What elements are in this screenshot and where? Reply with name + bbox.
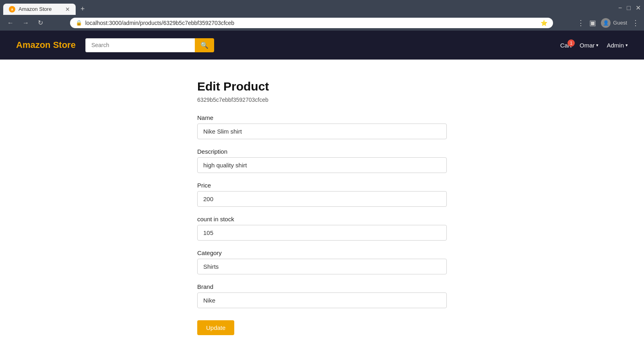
store-logo[interactable]: Amazon Store xyxy=(16,40,76,50)
tab-favicon: a xyxy=(9,6,15,12)
back-button[interactable]: ← xyxy=(5,18,16,28)
price-input[interactable] xyxy=(197,191,447,207)
active-tab[interactable]: a Amazon Store ✕ xyxy=(3,4,76,15)
guest-avatar: 👤 xyxy=(601,18,611,28)
tab-bar: a Amazon Store ✕ + − □ ✕ xyxy=(0,0,644,15)
browser-chrome: a Amazon Store ✕ + − □ ✕ ← → ↻ 🔒 localho… xyxy=(0,0,644,31)
stock-field-group: count in stock xyxy=(197,216,447,241)
name-label: Name xyxy=(197,114,447,121)
page-title: Edit Product xyxy=(197,80,447,93)
menu-button[interactable]: ⋮ xyxy=(632,19,639,27)
refresh-button[interactable]: ↻ xyxy=(35,17,45,28)
store-header: Amazon Store 🔍 Cart 1 Omar Admin xyxy=(0,31,644,60)
minimize-button[interactable]: − xyxy=(618,4,622,12)
price-label: Price xyxy=(197,182,447,189)
brand-input[interactable] xyxy=(197,292,447,308)
cart-container[interactable]: Cart 1 xyxy=(560,42,572,49)
search-container: 🔍 xyxy=(85,38,214,52)
url-search-icon: ⭐ xyxy=(541,20,547,26)
address-bar: ← → ↻ 🔒 localhost:3000/admin/products/63… xyxy=(0,15,644,31)
search-input[interactable] xyxy=(85,38,195,52)
cart-badge: 1 xyxy=(568,39,575,47)
guest-button[interactable]: 👤 Guest xyxy=(601,18,627,28)
new-tab-button[interactable]: + xyxy=(77,3,88,15)
category-label: Category xyxy=(197,249,447,256)
forward-button[interactable]: → xyxy=(20,18,31,28)
category-input[interactable] xyxy=(197,259,447,274)
search-button[interactable]: 🔍 xyxy=(195,38,214,52)
lock-icon: 🔒 xyxy=(76,20,82,26)
close-button[interactable]: ✕ xyxy=(636,4,641,12)
sidebar-button[interactable]: ▣ xyxy=(589,19,596,27)
header-right: Cart 1 Omar Admin xyxy=(560,42,628,49)
stock-input[interactable] xyxy=(197,225,447,241)
admin-menu-button[interactable]: Admin xyxy=(607,42,628,49)
url-text: localhost:3000/admin/products/6329b5c7eb… xyxy=(85,20,537,26)
browser-right-controls: ⋮ ▣ 👤 Guest ⋮ xyxy=(577,18,639,28)
admin-label: Admin xyxy=(607,42,624,49)
guest-label: Guest xyxy=(613,20,627,26)
url-bar[interactable]: 🔒 localhost:3000/admin/products/6329b5c7… xyxy=(70,18,553,28)
stock-label: count in stock xyxy=(197,216,447,222)
user-label: Omar xyxy=(580,42,595,49)
maximize-button[interactable]: □ xyxy=(627,4,631,12)
tab-title: Amazon Store xyxy=(19,6,52,12)
tab-close-icon[interactable]: ✕ xyxy=(65,6,70,12)
update-button[interactable]: Update xyxy=(197,320,234,335)
category-field-group: Category xyxy=(197,249,447,274)
description-label: Description xyxy=(197,148,447,155)
extensions-button[interactable]: ⋮ xyxy=(577,19,584,27)
main-content: Edit Product 6329b5c7ebbf3592703cfceb Na… xyxy=(0,60,644,346)
edit-product-form: Name Description Price count in stock Ca… xyxy=(197,114,447,335)
description-input[interactable] xyxy=(197,157,447,173)
description-field-group: Description xyxy=(197,148,447,173)
brand-label: Brand xyxy=(197,283,447,290)
brand-field-group: Brand xyxy=(197,283,447,308)
tab-right-controls: − □ ✕ xyxy=(618,4,641,14)
product-id: 6329b5c7ebbf3592703cfceb xyxy=(197,97,447,103)
name-field-group: Name xyxy=(197,114,447,139)
user-menu-button[interactable]: Omar xyxy=(580,42,599,49)
price-field-group: Price xyxy=(197,182,447,207)
name-input[interactable] xyxy=(197,124,447,139)
